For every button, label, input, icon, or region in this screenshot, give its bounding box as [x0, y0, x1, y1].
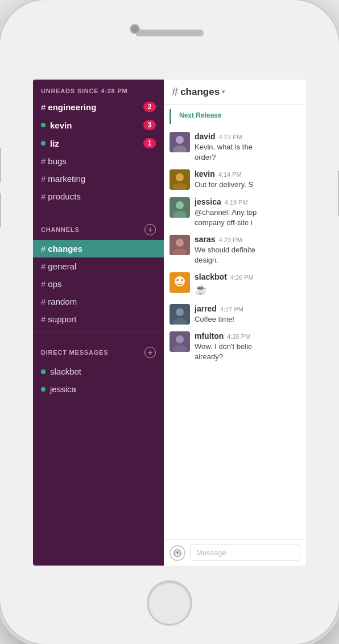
- unread-badge: 1: [143, 138, 156, 148]
- hash-prefix: #: [41, 297, 46, 306]
- svg-point-15: [181, 279, 183, 281]
- message-item: david 4:13 PM Kevin, what is the order?: [164, 128, 306, 166]
- sidebar-item-engineering[interactable]: # engineering 2: [33, 98, 164, 116]
- sidebar-item-label: slackbot: [50, 367, 156, 376]
- hash-icon: #: [172, 85, 178, 98]
- sidebar-item-random[interactable]: # random: [33, 293, 164, 310]
- online-status-dot: [41, 387, 46, 392]
- svg-point-4: [176, 173, 184, 181]
- online-status-dot: [41, 141, 46, 146]
- add-dm-button[interactable]: +: [144, 347, 156, 358]
- sidebar-item-support[interactable]: # support: [33, 310, 164, 328]
- channel-header: # changes ▾: [164, 80, 306, 105]
- message-body: jarred 4:27 PM Coffee time!: [195, 304, 300, 325]
- message-meta: mfulton 4:28 PM: [195, 331, 300, 340]
- sidebar-item-bugs[interactable]: # bugs: [33, 152, 164, 170]
- avatar: [170, 197, 190, 218]
- sidebar-item-jessica[interactable]: jessica: [33, 380, 164, 398]
- message-body: slackbot 4:26 PM ☕: [195, 272, 300, 297]
- sidebar-item-products[interactable]: # products: [33, 188, 164, 205]
- message-text-2: design.: [195, 255, 300, 265]
- main-content: # changes ▾ Next Release: [164, 80, 306, 566]
- sidebar-item-changes[interactable]: # changes: [33, 240, 164, 257]
- message-time: 4:13 PM: [219, 134, 242, 140]
- svg-point-1: [176, 136, 184, 144]
- direct-messages-section: DIRECT MESSAGES + slackbot jessica: [33, 338, 164, 398]
- sidebar-item-label: random: [48, 297, 156, 306]
- phone-camera: [130, 24, 140, 34]
- message-text: Coffee time!: [195, 314, 300, 325]
- sidebar-item-marketing[interactable]: # marketing: [33, 170, 164, 188]
- message-item: slackbot 4:26 PM ☕: [164, 269, 306, 300]
- section-divider: [33, 210, 164, 210]
- message-author: mfulton: [195, 331, 224, 340]
- message-text-2: order?: [195, 152, 300, 163]
- channels-section-header: CHANNELS +: [33, 215, 164, 240]
- hash-prefix: #: [41, 261, 46, 271]
- message-author: saras: [195, 235, 216, 244]
- svg-point-17: [176, 308, 184, 316]
- message-time: 4:19 PM: [225, 199, 248, 206]
- avatar: [170, 304, 190, 325]
- channels-label: CHANNELS: [41, 226, 80, 233]
- message-text: @channel: Any top: [195, 207, 300, 218]
- message-text: Wow. I don't belie: [195, 342, 300, 352]
- unreads-label: UNREADS SINCE 4:28 PM: [33, 80, 164, 98]
- message-item: jarred 4:27 PM Coffee time!: [164, 301, 306, 328]
- message-time: 4:26 PM: [230, 274, 254, 281]
- upload-button[interactable]: [170, 545, 185, 561]
- svg-point-20: [176, 335, 184, 343]
- message-meta: kevin 4:14 PM: [195, 169, 300, 178]
- hash-prefix: #: [41, 244, 46, 254]
- sidebar: UNREADS SINCE 4:28 PM # engineering 2 ke…: [33, 80, 164, 566]
- channels-section: CHANNELS + # changes # general # ops: [33, 215, 164, 328]
- message-meta: david 4:13 PM: [195, 132, 300, 141]
- message-input-area: Message: [164, 539, 306, 566]
- avatar: [170, 169, 190, 190]
- chevron-down-icon[interactable]: ▾: [222, 88, 225, 95]
- message-body: mfulton 4:28 PM Wow. I don't belie alrea…: [195, 331, 300, 362]
- message-meta: jarred 4:27 PM: [195, 304, 300, 313]
- message-item: saras 4:23 PM We should definite design.: [164, 231, 306, 269]
- message-text-2: company off-site i: [195, 218, 300, 228]
- dm-label: DIRECT MESSAGES: [41, 349, 108, 356]
- svg-point-10: [176, 239, 184, 247]
- message-body: david 4:13 PM Kevin, what is the order?: [195, 132, 300, 163]
- messages-area: Next Release david 4:13 PM: [164, 105, 306, 539]
- home-button[interactable]: [147, 580, 192, 626]
- message-time: 4:27 PM: [220, 306, 243, 313]
- hash-prefix: #: [41, 174, 46, 184]
- section-divider: [33, 333, 164, 333]
- volume-down-button: [0, 193, 1, 227]
- message-input[interactable]: Message: [190, 545, 300, 561]
- sidebar-item-liz[interactable]: liz 1: [33, 134, 164, 152]
- sidebar-item-label: liz: [50, 139, 143, 148]
- volume-up-button: [0, 148, 1, 182]
- hash-prefix: #: [41, 192, 46, 201]
- sidebar-item-label: bugs: [48, 156, 156, 166]
- sidebar-item-general[interactable]: # general: [33, 257, 164, 275]
- add-channel-button[interactable]: +: [144, 224, 156, 235]
- message-author: jessica: [195, 197, 221, 206]
- message-body: jessica 4:19 PM @channel: Any top compan…: [195, 197, 300, 228]
- message-meta: slackbot 4:26 PM: [195, 272, 300, 281]
- sidebar-item-label: engineering: [48, 102, 143, 112]
- sidebar-item-label: ops: [48, 279, 156, 289]
- unread-badge: 2: [143, 102, 156, 112]
- hash-prefix: #: [41, 156, 46, 166]
- svg-point-14: [176, 279, 179, 281]
- hash-prefix: #: [41, 314, 46, 324]
- message-body: kevin 4:14 PM Out for delivery. S: [195, 169, 300, 190]
- unreads-section: UNREADS SINCE 4:28 PM # engineering 2 ke…: [33, 80, 164, 205]
- avatar: [170, 272, 190, 293]
- sidebar-item-ops[interactable]: # ops: [33, 275, 164, 293]
- sidebar-item-label: changes: [48, 244, 156, 254]
- message-placeholder: Message: [196, 549, 226, 557]
- message-meta: saras 4:23 PM: [195, 235, 300, 244]
- sidebar-item-kevin[interactable]: kevin 3: [33, 116, 164, 134]
- pinned-text: Next Release: [179, 111, 222, 119]
- phone-frame: UNREADS SINCE 4:28 PM # engineering 2 ke…: [0, 0, 339, 644]
- sidebar-item-slackbot[interactable]: slackbot: [33, 363, 164, 380]
- message-text: Out for delivery. S: [195, 180, 300, 190]
- channel-name: changes: [180, 86, 220, 98]
